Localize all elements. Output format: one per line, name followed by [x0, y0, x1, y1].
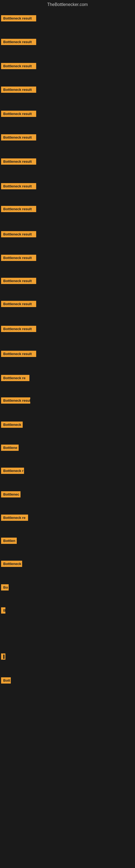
bottleneck-bar-23: Bottlen	[1, 538, 17, 544]
bottleneck-row-19: Bottlene	[1, 444, 18, 452]
bottleneck-row-20: Bottleneck r	[1, 468, 24, 475]
bottleneck-row-15: Bottleneck result	[1, 351, 36, 358]
bottleneck-bar-29: Bott	[1, 677, 11, 684]
bottleneck-row-21: Bottlenec	[1, 491, 20, 499]
site-title-text: TheBottlenecker.com	[47, 2, 88, 7]
bottleneck-row-17: Bottleneck resul	[1, 397, 30, 405]
bottleneck-row-29: Bott	[1, 677, 11, 685]
bottleneck-row-26: B	[1, 607, 5, 615]
bottleneck-row-7: Bottleneck result	[1, 158, 36, 166]
bottleneck-bar-18: Bottleneck	[1, 422, 23, 428]
bottleneck-row-10: Bottleneck result	[1, 231, 36, 239]
bottleneck-bar-17: Bottleneck resul	[1, 397, 30, 404]
bottleneck-bar-16: Bottleneck re	[1, 375, 30, 381]
bottleneck-bar-26: B	[1, 607, 5, 614]
bottleneck-row-28: ▌	[1, 653, 5, 661]
bottleneck-row-3: Bottleneck result	[1, 63, 36, 70]
bottleneck-bar-19: Bottlene	[1, 444, 18, 451]
bottleneck-row-23: Bottlen	[1, 538, 17, 545]
bottleneck-row-8: Bottleneck result	[1, 183, 36, 190]
bottleneck-row-2: Bottleneck result	[1, 39, 36, 46]
bottleneck-row-6: Bottleneck result	[1, 134, 36, 142]
bottleneck-row-24: Bottleneck	[1, 561, 22, 568]
bottleneck-bar-5: Bottleneck result	[1, 111, 36, 117]
bottleneck-row-25: Bo	[1, 584, 9, 592]
bottleneck-bar-7: Bottleneck result	[1, 158, 36, 165]
bottleneck-bar-4: Bottleneck result	[1, 87, 36, 93]
bottleneck-row-18: Bottleneck	[1, 422, 23, 429]
bottleneck-row-9: Bottleneck result	[1, 206, 36, 213]
bottleneck-row-16: Bottleneck re	[1, 375, 30, 382]
bottleneck-bar-8: Bottleneck result	[1, 183, 36, 189]
bottleneck-bar-12: Bottleneck result	[1, 278, 36, 284]
bottleneck-bar-28: ▌	[1, 653, 5, 660]
bottleneck-row-14: Bottleneck result	[1, 326, 36, 333]
bottleneck-bar-6: Bottleneck result	[1, 134, 36, 141]
bottleneck-bar-11: Bottleneck result	[1, 255, 36, 261]
bottleneck-bar-14: Bottleneck result	[1, 326, 36, 332]
bottleneck-row-12: Bottleneck result	[1, 278, 36, 285]
bottleneck-bar-22: Bottleneck re	[1, 515, 28, 521]
bottleneck-bar-20: Bottleneck r	[1, 468, 24, 474]
bottleneck-bar-3: Bottleneck result	[1, 63, 36, 69]
bottleneck-row-4: Bottleneck result	[1, 87, 36, 94]
bottleneck-bar-2: Bottleneck result	[1, 39, 36, 45]
bottleneck-bar-10: Bottleneck result	[1, 231, 36, 237]
bottleneck-row-22: Bottleneck re	[1, 515, 28, 522]
bottleneck-row-1: Bottleneck result	[1, 15, 36, 23]
bottleneck-bar-1: Bottleneck result	[1, 15, 36, 22]
bottleneck-bar-13: Bottleneck result	[1, 301, 36, 307]
bottleneck-row-5: Bottleneck result	[1, 111, 36, 118]
bottleneck-bar-25: Bo	[1, 584, 9, 590]
bottleneck-row-13: Bottleneck result	[1, 301, 36, 308]
site-title: TheBottlenecker.com	[0, 0, 135, 9]
bottleneck-bar-24: Bottleneck	[1, 561, 22, 567]
bottleneck-row-11: Bottleneck result	[1, 255, 36, 262]
bottleneck-bar-21: Bottlenec	[1, 491, 20, 497]
bottleneck-bar-15: Bottleneck result	[1, 351, 36, 357]
bottleneck-bar-9: Bottleneck result	[1, 206, 36, 212]
